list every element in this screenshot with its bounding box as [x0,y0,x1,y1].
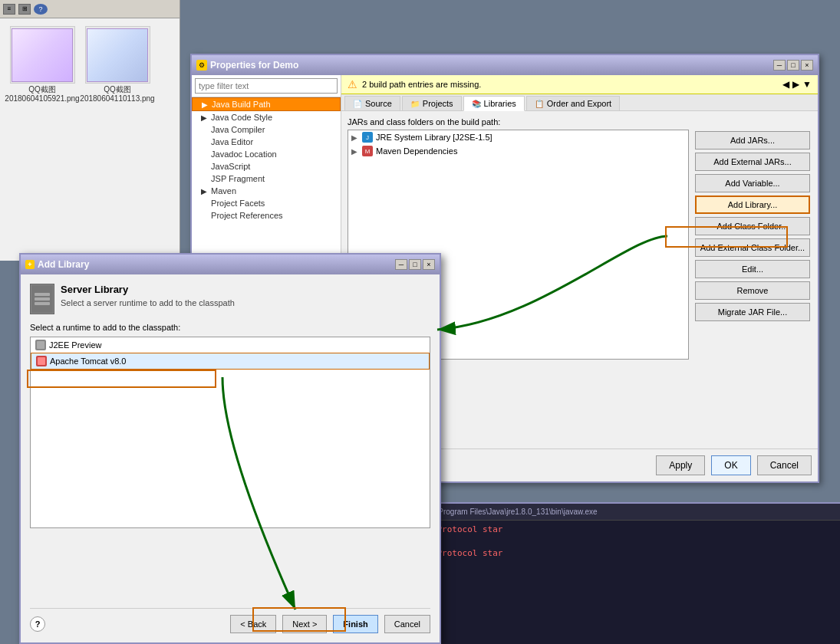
add-external-class-folder-button[interactable]: Add External Class Folder... [695,238,810,257]
thumbnail-image-2 [85,26,150,84]
runtime-item-label: J2EE Preview [49,340,101,350]
add-class-folder-button[interactable]: Add Class Folder... [695,217,810,235]
server-lib-text-area: Server Library Select a server runtime t… [61,284,235,317]
tree-item-label: Java Compiler [211,125,265,134]
thumbnail-help[interactable]: ? [34,4,48,15]
server-lib-header: Server Library Select a server runtime t… [30,284,430,317]
thumb-preview-2 [87,28,148,82]
server-library-icon [30,284,54,314]
expand-arrow-icon: ▶ [351,133,359,142]
apply-button[interactable]: Apply [656,455,705,475]
warning-text: 2 build path entries are missing. [362,80,481,89]
order-export-tab-icon: 📋 [535,100,544,108]
tree-item-javascript[interactable]: JavaScript [192,160,341,172]
list-item[interactable]: ▶ M Maven Dependencies [348,144,688,158]
add-lib-minimize-button[interactable]: ─ [395,259,407,270]
thumbnail-toolbar: ≡ ⊞ ? [0,0,180,18]
finish-button[interactable]: Finish [333,615,377,633]
tab-order-export[interactable]: 📋 Order and Export [526,96,620,110]
add-library-bottom-buttons: ? < Back Next > Finish Cancel [30,608,430,633]
tab-label: Order and Export [547,99,611,108]
cancel-button[interactable]: Cancel [757,455,812,475]
expand-arrow-icon: ▶ [351,147,359,156]
warning-bar: ⚠ 2 build path entries are missing. ◀ ▶ … [341,75,818,94]
thumbnail-view-toggle[interactable]: ≡ [3,4,15,15]
add-external-jars-button[interactable]: Add External JARs... [695,153,810,171]
warning-fwd-icon[interactable]: ▶ [792,79,799,90]
tree-item-label: Maven [211,186,236,196]
filter-box [192,75,341,97]
add-lib-cancel-button[interactable]: Cancel [384,615,430,633]
tab-libraries[interactable]: 📚 Libraries [463,96,525,111]
add-library-dialog: + Add Library ─ □ × Serve [19,253,441,644]
add-variable-button[interactable]: Add Variable... [695,174,810,192]
tab-label: Source [365,99,392,108]
tree-item-java-editor[interactable]: Java Editor [192,136,341,148]
close-button[interactable]: × [801,60,813,71]
server-lib-title: Server Library [61,284,235,295]
desktop: ≡ ⊞ ? QQ截图 20180604105921.png QQ截图 20180… [0,0,840,644]
add-jars-button[interactable]: Add JARs... [695,131,810,150]
tree-item-label: Java Code Style [211,113,272,122]
tree-item-javadoc-location[interactable]: Javadoc Location [192,148,341,160]
back-button[interactable]: < Back [230,615,276,633]
add-library-body: Server Library Select a server runtime t… [21,274,440,642]
restore-button[interactable]: □ [787,60,799,71]
maven-icon: M [362,146,373,156]
add-lib-restore-button[interactable]: □ [409,259,421,270]
lib-item-label: Maven Dependencies [376,146,457,156]
edit-button[interactable]: Edit... [695,260,810,278]
tomcat-icon [36,356,47,366]
runtime-item-j2ee[interactable]: J2EE Preview [31,337,430,353]
lib-list-label: JARs and class folders on the build path… [348,117,689,127]
tree-item-label: Java Editor [211,137,253,146]
ok-button[interactable]: OK [711,455,750,475]
lib-item-label: JRE System Library [J2SE-1.5] [376,133,492,142]
tree-item-project-references[interactable]: Project References [192,209,341,222]
remove-button[interactable]: Remove [695,281,810,300]
list-item[interactable]: ▶ J JRE System Library [J2SE-1.5] [348,130,688,144]
filter-input[interactable] [195,78,338,94]
expand-arrow: ▶ [201,113,209,122]
libraries-tab-icon: 📚 [472,100,481,108]
tree-item-java-compiler[interactable]: Java Compiler [192,123,341,136]
tree-item-java-build-path[interactable]: ▶ Java Build Path [192,97,341,111]
tree-item-project-facets[interactable]: Project Facets [192,197,341,209]
expand-arrow: ▶ [202,100,209,109]
tab-projects[interactable]: 📁 Projects [402,96,462,110]
tree-item-maven[interactable]: ▶ Maven [192,185,341,197]
warning-back-icon[interactable]: ◀ [782,79,789,90]
tab-label: Libraries [484,99,516,108]
list-item[interactable]: QQ截图 20180604105921.png [8,26,77,104]
add-library-icon: + [25,260,35,269]
add-library-title: + Add Library [25,259,89,270]
jre-icon: J [362,132,373,143]
thumbnail-list: QQ截图 20180604105921.png QQ截图 20180604110… [0,18,180,111]
next-button[interactable]: Next > [282,615,327,633]
help-button[interactable]: ? [30,616,45,632]
lib-buttons-panel: Add JARs... Add External JARs... Add Var… [689,117,812,442]
tree-item-label: Project References [211,211,283,220]
minimize-button[interactable]: ─ [773,60,786,71]
thumbnail-image-1 [10,26,75,84]
source-tab-icon: 📄 [353,100,362,108]
add-lib-close-button[interactable]: × [423,259,435,270]
warning-dropdown-icon[interactable]: ▼ [802,79,812,90]
migrate-jar-button[interactable]: Migrate JAR File... [695,303,810,321]
add-library-button[interactable]: Add Library... [695,196,810,214]
tree-item-java-code-style[interactable]: ▶ Java Code Style [192,111,341,123]
add-library-window-controls: ─ □ × [395,259,435,270]
runtime-label: Select a runtime to add to the classpath… [30,323,430,332]
list-item[interactable]: QQ截图 20180604110113.png [83,26,152,104]
server-lib-desc: Select a server runtime to add to the cl… [61,298,235,307]
thumbnail-label-1: QQ截图 20180604105921.png [5,85,79,104]
tab-source[interactable]: 📄 Source [344,96,400,110]
spacer [30,536,430,608]
tree-item-label: Java Build Path [212,100,270,109]
thumbnail-label-2: QQ截图 20180604110113.png [80,85,154,104]
runtime-list[interactable]: J2EE Preview Apache Tomcat v8.0 [30,337,430,528]
thumbnail-view-toggle2[interactable]: ⊞ [18,4,31,15]
tree-item-jsp-fragment[interactable]: JSP Fragment [192,172,341,185]
runtime-item-tomcat[interactable]: Apache Tomcat v8.0 [31,353,430,370]
tree-item-label: Project Facets [211,199,265,208]
